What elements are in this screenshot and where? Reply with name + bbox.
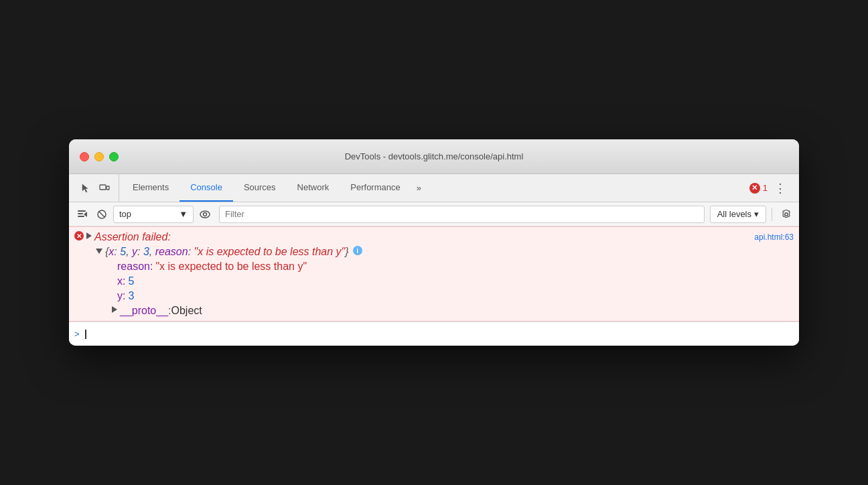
tab-performance[interactable]: Performance	[340, 174, 411, 202]
tab-elements[interactable]: Elements	[122, 174, 179, 202]
svg-rect-1	[106, 186, 109, 190]
svg-rect-4	[78, 210, 86, 212]
eye-icon-button[interactable]	[196, 206, 214, 223]
object-preview-text: {x: 5, y: 3, reason: "x is expected to b…	[105, 246, 349, 258]
svg-rect-5	[78, 213, 83, 214]
tab-end-actions: ✕ 1 ⋮	[749, 181, 796, 196]
proto-expand-triangle[interactable]	[112, 306, 117, 313]
y-key: y:	[117, 290, 125, 302]
error-count-icon: ✕	[749, 183, 760, 194]
tab-sources[interactable]: Sources	[233, 174, 287, 202]
y-value: 3	[128, 290, 134, 302]
error-badge[interactable]: ✕ 1	[749, 183, 768, 194]
device-toggle-icon[interactable]	[96, 180, 113, 197]
error-count: 1	[763, 183, 768, 193]
assertion-error-block: ✕ Assertion failed: api.html:63 {x: 5, y…	[69, 226, 799, 322]
reason-value: "x is expected to be less than y"	[155, 261, 307, 273]
window-title: DevTools - devtools.glitch.me/console/ap…	[345, 151, 524, 161]
svg-rect-6	[78, 216, 84, 217]
file-link[interactable]: api.html:63	[754, 232, 794, 242]
collapse-triangle[interactable]	[96, 249, 102, 254]
y-property-line: y: 3	[69, 289, 799, 303]
assertion-error-line: ✕ Assertion failed: api.html:63	[69, 230, 799, 245]
toolbar-icons	[72, 174, 119, 202]
toolbar-divider	[772, 208, 772, 221]
minimize-button[interactable]	[94, 152, 104, 161]
error-prefix: ✕	[74, 231, 92, 240]
main-tabs: Elements Console Sources Network Perform…	[122, 174, 749, 202]
x-value: 5	[128, 275, 134, 287]
svg-rect-0	[100, 185, 106, 190]
filter-input[interactable]	[219, 206, 705, 223]
console-output: ✕ Assertion failed: api.html:63 {x: 5, y…	[69, 226, 799, 346]
cursor	[85, 330, 86, 339]
clear-console-button[interactable]	[73, 206, 90, 223]
proto-key: __proto__	[120, 305, 168, 317]
cursor-icon[interactable]	[77, 180, 94, 197]
svg-point-10	[200, 211, 210, 218]
x-key: x:	[117, 275, 125, 287]
console-input-line: >	[69, 322, 799, 346]
reason-key: reason:	[117, 261, 153, 273]
console-toolbar: top ▼ All levels ▾	[69, 202, 799, 226]
svg-point-11	[204, 212, 207, 216]
tab-network[interactable]: Network	[287, 174, 340, 202]
proto-property-line: __proto__ : Object	[69, 303, 799, 318]
tabs-overflow-button[interactable]: »	[411, 183, 427, 193]
info-icon: i	[353, 246, 362, 255]
block-icon-button[interactable]	[93, 206, 111, 223]
assertion-label: Assertion failed:	[94, 231, 171, 243]
more-menu-button[interactable]: ⋮	[770, 181, 791, 196]
object-preview-line: {x: 5, y: 3, reason: "x is expected to b…	[69, 245, 799, 259]
x-property-line: x: 5	[69, 274, 799, 289]
tab-console[interactable]: Console	[179, 174, 233, 202]
devtools-tabs-bar: Elements Console Sources Network Perform…	[69, 174, 799, 202]
settings-button[interactable]	[778, 206, 795, 223]
maximize-button[interactable]	[109, 152, 119, 161]
close-button[interactable]	[80, 152, 89, 161]
svg-line-9	[99, 211, 105, 217]
proto-value: Object	[171, 305, 202, 317]
reason-property-line: reason: "x is expected to be less than y…	[69, 259, 799, 274]
error-icon: ✕	[74, 231, 84, 240]
traffic-lights	[80, 152, 119, 161]
context-selector[interactable]: top ▼	[113, 206, 194, 223]
title-bar: DevTools - devtools.glitch.me/console/ap…	[69, 139, 799, 174]
log-levels-dropdown[interactable]: All levels ▾	[710, 206, 766, 223]
expand-triangle[interactable]	[86, 232, 92, 239]
devtools-window: DevTools - devtools.glitch.me/console/ap…	[69, 139, 799, 346]
input-prompt: >	[74, 329, 80, 339]
